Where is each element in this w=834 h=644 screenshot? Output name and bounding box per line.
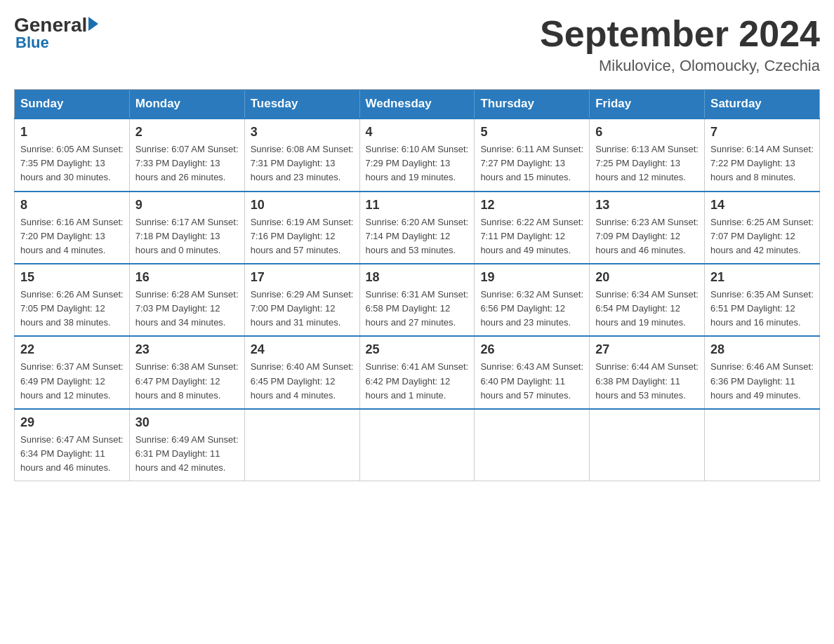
col-tuesday: Tuesday (244, 90, 359, 119)
day-info: Sunrise: 6:20 AM Sunset: 7:14 PM Dayligh… (366, 215, 469, 257)
day-cell (475, 409, 590, 481)
day-cell: 9Sunrise: 6:17 AM Sunset: 7:18 PM Daylig… (129, 192, 244, 264)
week-row-3: 15Sunrise: 6:26 AM Sunset: 7:05 PM Dayli… (15, 264, 820, 336)
day-cell (590, 409, 705, 481)
logo: General Blue (14, 14, 98, 52)
day-info: Sunrise: 6:13 AM Sunset: 7:25 PM Dayligh… (595, 142, 699, 185)
day-number: 23 (135, 342, 239, 357)
day-cell: 25Sunrise: 6:41 AM Sunset: 6:42 PM Dayli… (359, 336, 475, 408)
day-info: Sunrise: 6:11 AM Sunset: 7:27 PM Dayligh… (480, 142, 583, 185)
week-row-1: 1Sunrise: 6:05 AM Sunset: 7:35 PM Daylig… (15, 119, 820, 191)
day-cell: 29Sunrise: 6:47 AM Sunset: 6:34 PM Dayli… (15, 409, 130, 481)
day-number: 30 (135, 415, 239, 430)
day-number: 24 (251, 342, 354, 357)
day-info: Sunrise: 6:49 AM Sunset: 6:31 PM Dayligh… (135, 433, 239, 475)
day-cell: 16Sunrise: 6:28 AM Sunset: 7:03 PM Dayli… (129, 264, 244, 336)
day-number: 7 (710, 125, 814, 140)
day-number: 5 (480, 125, 583, 140)
col-friday: Friday (590, 90, 705, 119)
day-info: Sunrise: 6:25 AM Sunset: 7:07 PM Dayligh… (710, 215, 814, 257)
day-number: 4 (366, 125, 469, 140)
day-cell: 12Sunrise: 6:22 AM Sunset: 7:11 PM Dayli… (475, 192, 590, 264)
day-cell: 10Sunrise: 6:19 AM Sunset: 7:16 PM Dayli… (244, 192, 359, 264)
day-cell: 3Sunrise: 6:08 AM Sunset: 7:31 PM Daylig… (244, 119, 359, 191)
calendar-header-row: Sunday Monday Tuesday Wednesday Thursday… (15, 90, 820, 119)
day-cell: 17Sunrise: 6:29 AM Sunset: 7:00 PM Dayli… (244, 264, 359, 336)
day-info: Sunrise: 6:22 AM Sunset: 7:11 PM Dayligh… (480, 215, 583, 257)
day-info: Sunrise: 6:41 AM Sunset: 6:42 PM Dayligh… (366, 360, 469, 402)
day-info: Sunrise: 6:23 AM Sunset: 7:09 PM Dayligh… (595, 215, 699, 257)
week-row-2: 8Sunrise: 6:16 AM Sunset: 7:20 PM Daylig… (15, 192, 820, 264)
day-number: 20 (595, 270, 699, 285)
day-info: Sunrise: 6:31 AM Sunset: 6:58 PM Dayligh… (366, 288, 469, 330)
title-area: September 2024 Mikulovice, Olomoucky, Cz… (540, 14, 820, 75)
day-number: 1 (20, 125, 124, 140)
day-number: 25 (366, 342, 469, 357)
day-info: Sunrise: 6:38 AM Sunset: 6:47 PM Dayligh… (135, 360, 239, 402)
day-cell: 23Sunrise: 6:38 AM Sunset: 6:47 PM Dayli… (129, 336, 244, 408)
day-info: Sunrise: 6:35 AM Sunset: 6:51 PM Dayligh… (710, 288, 814, 330)
day-number: 2 (135, 125, 239, 140)
calendar-title: September 2024 (540, 14, 820, 54)
day-cell: 20Sunrise: 6:34 AM Sunset: 6:54 PM Dayli… (590, 264, 705, 336)
day-cell: 7Sunrise: 6:14 AM Sunset: 7:22 PM Daylig… (705, 119, 820, 191)
day-cell: 28Sunrise: 6:46 AM Sunset: 6:36 PM Dayli… (705, 336, 820, 408)
day-cell: 13Sunrise: 6:23 AM Sunset: 7:09 PM Dayli… (590, 192, 705, 264)
day-number: 22 (20, 342, 124, 357)
day-info: Sunrise: 6:29 AM Sunset: 7:00 PM Dayligh… (251, 288, 354, 330)
day-number: 15 (20, 270, 124, 285)
day-cell (244, 409, 359, 481)
col-wednesday: Wednesday (359, 90, 475, 119)
day-info: Sunrise: 6:10 AM Sunset: 7:29 PM Dayligh… (366, 142, 469, 185)
day-info: Sunrise: 6:05 AM Sunset: 7:35 PM Dayligh… (20, 142, 124, 185)
day-info: Sunrise: 6:08 AM Sunset: 7:31 PM Dayligh… (251, 142, 354, 185)
day-info: Sunrise: 6:44 AM Sunset: 6:38 PM Dayligh… (595, 360, 699, 402)
day-cell: 14Sunrise: 6:25 AM Sunset: 7:07 PM Dayli… (705, 192, 820, 264)
col-sunday: Sunday (15, 90, 130, 119)
day-number: 17 (251, 270, 354, 285)
day-cell: 22Sunrise: 6:37 AM Sunset: 6:49 PM Dayli… (15, 336, 130, 408)
day-number: 21 (710, 270, 814, 285)
day-info: Sunrise: 6:28 AM Sunset: 7:03 PM Dayligh… (135, 288, 239, 330)
week-row-5: 29Sunrise: 6:47 AM Sunset: 6:34 PM Dayli… (15, 409, 820, 481)
day-info: Sunrise: 6:37 AM Sunset: 6:49 PM Dayligh… (20, 360, 124, 402)
day-number: 29 (20, 415, 124, 430)
day-cell (705, 409, 820, 481)
day-cell (359, 409, 475, 481)
day-info: Sunrise: 6:32 AM Sunset: 6:56 PM Dayligh… (480, 288, 583, 330)
logo-arrow-icon (88, 17, 98, 31)
day-number: 3 (251, 125, 354, 140)
day-cell: 2Sunrise: 6:07 AM Sunset: 7:33 PM Daylig… (129, 119, 244, 191)
day-number: 28 (710, 342, 814, 357)
day-cell: 30Sunrise: 6:49 AM Sunset: 6:31 PM Dayli… (129, 409, 244, 481)
calendar-table: Sunday Monday Tuesday Wednesday Thursday… (14, 89, 820, 481)
day-cell: 24Sunrise: 6:40 AM Sunset: 6:45 PM Dayli… (244, 336, 359, 408)
day-info: Sunrise: 6:47 AM Sunset: 6:34 PM Dayligh… (20, 433, 124, 475)
day-cell: 6Sunrise: 6:13 AM Sunset: 7:25 PM Daylig… (590, 119, 705, 191)
day-info: Sunrise: 6:43 AM Sunset: 6:40 PM Dayligh… (480, 360, 583, 402)
day-number: 11 (366, 198, 469, 213)
day-info: Sunrise: 6:16 AM Sunset: 7:20 PM Dayligh… (20, 215, 124, 257)
day-cell: 11Sunrise: 6:20 AM Sunset: 7:14 PM Dayli… (359, 192, 475, 264)
day-info: Sunrise: 6:46 AM Sunset: 6:36 PM Dayligh… (710, 360, 814, 402)
day-info: Sunrise: 6:07 AM Sunset: 7:33 PM Dayligh… (135, 142, 239, 185)
day-number: 10 (251, 198, 354, 213)
day-cell: 4Sunrise: 6:10 AM Sunset: 7:29 PM Daylig… (359, 119, 475, 191)
week-row-4: 22Sunrise: 6:37 AM Sunset: 6:49 PM Dayli… (15, 336, 820, 408)
day-number: 18 (366, 270, 469, 285)
day-number: 14 (710, 198, 814, 213)
day-number: 13 (595, 198, 699, 213)
day-info: Sunrise: 6:34 AM Sunset: 6:54 PM Dayligh… (595, 288, 699, 330)
day-number: 19 (480, 270, 583, 285)
col-saturday: Saturday (705, 90, 820, 119)
day-cell: 21Sunrise: 6:35 AM Sunset: 6:51 PM Dayli… (705, 264, 820, 336)
day-number: 26 (480, 342, 583, 357)
day-cell: 1Sunrise: 6:05 AM Sunset: 7:35 PM Daylig… (15, 119, 130, 191)
logo-blue: Blue (15, 34, 49, 52)
day-number: 27 (595, 342, 699, 357)
location-subtitle: Mikulovice, Olomoucky, Czechia (540, 57, 820, 75)
day-cell: 26Sunrise: 6:43 AM Sunset: 6:40 PM Dayli… (475, 336, 590, 408)
day-info: Sunrise: 6:19 AM Sunset: 7:16 PM Dayligh… (251, 215, 354, 257)
day-number: 8 (20, 198, 124, 213)
day-cell: 19Sunrise: 6:32 AM Sunset: 6:56 PM Dayli… (475, 264, 590, 336)
